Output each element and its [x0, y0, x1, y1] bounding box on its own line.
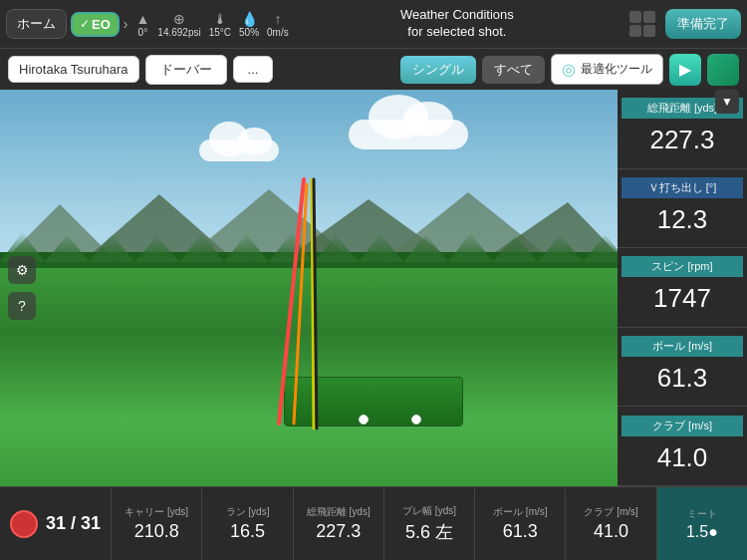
humidity-value: 50%: [239, 27, 259, 38]
tab-single-button[interactable]: シングル: [400, 56, 476, 84]
dispersion-col: ブレ幅 [yds] 5.6 左: [384, 487, 475, 560]
metrics-group: ▲ 0° ⊕ 14.692psi 🌡 15°C 💧 50% ↑ 0m/s: [135, 11, 288, 38]
smash-value: 1.5●: [686, 523, 718, 541]
weather-label: Weather Conditions for selected shot.: [293, 7, 622, 41]
grid-icon[interactable]: [629, 11, 655, 37]
ball-speed-bot-label: ボール [m/s]: [493, 505, 547, 519]
club-speed-value: 41.0: [657, 436, 708, 477]
wind-value: 0m/s: [267, 27, 289, 38]
course-view-button[interactable]: [707, 54, 739, 86]
total-distance-value: 227.3: [649, 119, 714, 159]
temp-icon: 🌡: [213, 11, 227, 27]
cloud-2: [199, 140, 279, 161]
help-icon: ?: [18, 298, 26, 314]
wind-icon: ↑: [274, 11, 281, 27]
total-dist-value: 227.3: [316, 521, 361, 542]
dispersion-value: 5.6 左: [405, 520, 453, 544]
main-scene: ⚙ ? 総飛距離 [yds] 227.3 Ｖ打ち出し [°] 12.3 スピン …: [0, 90, 747, 486]
play-button[interactable]: ▶: [669, 54, 701, 86]
stats-grid: キャリー [yds] 210.8 ラン [yds] 16.5 総飛距離 [yds…: [112, 487, 747, 560]
angle-value: 0°: [138, 27, 148, 38]
cloud-1: [349, 120, 468, 149]
launch-angle-label: Ｖ打ち出し [°]: [622, 177, 743, 198]
dropdown-arrow-button[interactable]: ▼: [715, 90, 739, 114]
shot-counter: 31 / 31: [46, 513, 101, 534]
stat-card-spin: スピン [rpm] 1747: [618, 248, 747, 328]
club-speed-bot-label: クラブ [m/s]: [584, 505, 637, 519]
spin-label: スピン [rpm]: [622, 256, 743, 277]
eo-label: EO: [92, 17, 111, 32]
total-dist-col: 総飛距離 [yds] 227.3: [294, 487, 384, 560]
bottom-bar: 31 / 31 キャリー [yds] 210.8 ラン [yds] 16.5 総…: [0, 486, 747, 560]
speedometer-icon: ◎: [562, 60, 576, 79]
carry-value: 210.8: [134, 521, 179, 542]
settings-icon: ⚙: [16, 262, 29, 278]
ball-speed-col: ボール [m/s] 61.3: [475, 487, 566, 560]
club-speed-label: クラブ [m/s]: [622, 416, 743, 436]
ball-2: [411, 415, 421, 424]
home-button[interactable]: ホーム: [6, 9, 67, 39]
run-col: ラン [yds] 16.5: [202, 487, 293, 560]
club-button[interactable]: ドーバー: [145, 55, 227, 85]
angle-icon: ▲: [135, 11, 149, 27]
carry-col: キャリー [yds] 210.8: [112, 487, 202, 560]
eo-button[interactable]: ✓ EO: [71, 12, 120, 37]
temp-value: 15°C: [209, 27, 231, 38]
ball-1: [359, 415, 369, 424]
chevron-right-icon[interactable]: ›: [124, 16, 128, 32]
second-bar: Hirotaka Tsuruhara ドーバー ... シングル すべて ◎ 最…: [0, 48, 747, 90]
pressure-value: 14.692psi: [157, 27, 200, 38]
more-button[interactable]: ...: [233, 56, 274, 83]
total-dist-label: 総飛距離 [yds]: [307, 505, 371, 519]
tee-box: [284, 377, 463, 426]
metric-humidity: 💧 50%: [239, 11, 259, 38]
metric-angle: ▲ 0°: [135, 11, 149, 38]
help-button[interactable]: ?: [8, 292, 36, 320]
smash-label: ミート: [687, 507, 717, 521]
optimize-label: 最適化ツール: [581, 61, 652, 78]
stat-card-club-speed: クラブ [m/s] 41.0: [618, 407, 747, 486]
metric-pressure: ⊕ 14.692psi: [157, 11, 200, 38]
shot-counter-area: 31 / 31: [0, 487, 112, 560]
stat-card-launch-angle: Ｖ打ち出し [°] 12.3: [618, 169, 747, 249]
metric-temp: 🌡 15°C: [209, 11, 231, 38]
right-panel: 総飛距離 [yds] 227.3 Ｖ打ち出し [°] 12.3 スピン [rpm…: [618, 90, 747, 486]
play-icon: ▶: [679, 60, 691, 79]
pressure-icon: ⊕: [173, 11, 185, 27]
stat-card-ball-speed: ボール [m/s] 61.3: [618, 328, 747, 408]
left-icons: ⚙ ?: [8, 256, 36, 320]
dropdown-arrow-icon: ▼: [721, 95, 733, 109]
spin-value: 1747: [653, 277, 711, 318]
ready-button[interactable]: 準備完了: [665, 9, 741, 39]
player-name-button[interactable]: Hirotaka Tsuruhara: [8, 56, 139, 83]
ball-speed-value: 61.3: [657, 357, 708, 398]
record-button[interactable]: [10, 510, 38, 538]
check-icon: ✓: [80, 17, 90, 31]
humidity-icon: 💧: [241, 11, 258, 27]
smash-col: ミート 1.5●: [657, 487, 747, 560]
club-speed-bot-value: 41.0: [594, 521, 628, 542]
optimize-button[interactable]: ◎ 最適化ツール: [551, 54, 663, 85]
top-bar: ホーム ✓ EO › ▲ 0° ⊕ 14.692psi 🌡 15°C 💧 50%…: [0, 0, 747, 48]
carry-label: キャリー [yds]: [124, 505, 188, 519]
tab-all-button[interactable]: すべて: [482, 56, 545, 84]
dispersion-label: ブレ幅 [yds]: [402, 504, 456, 518]
club-speed-col: クラブ [m/s] 41.0: [566, 487, 656, 560]
run-label: ラン [yds]: [226, 505, 270, 519]
ball-speed-label: ボール [m/s]: [622, 336, 743, 357]
launch-angle-value: 12.3: [657, 198, 708, 239]
ball-speed-bot-value: 61.3: [503, 521, 538, 542]
run-value: 16.5: [230, 521, 265, 542]
metric-wind: ↑ 0m/s: [267, 11, 289, 38]
settings-button[interactable]: ⚙: [8, 256, 36, 284]
